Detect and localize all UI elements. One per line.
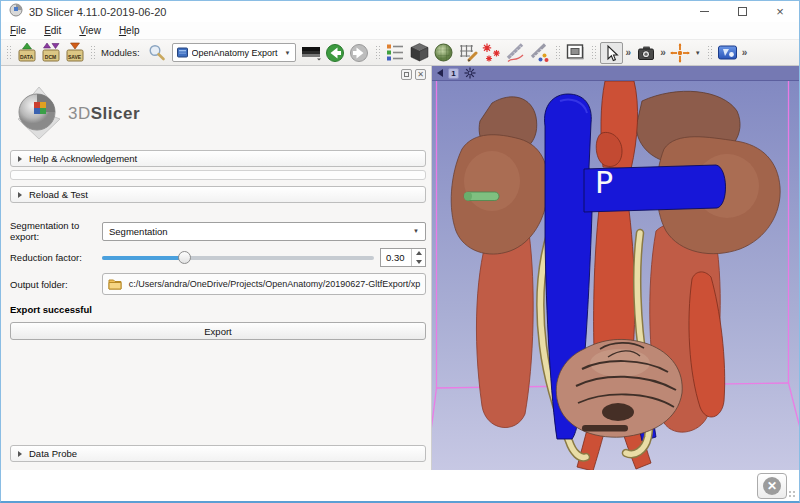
save-button[interactable]: SAVE — [63, 42, 86, 64]
toolbar-grip[interactable] — [555, 45, 560, 61]
section-data-probe[interactable]: Data Probe — [10, 445, 426, 462]
menu-file[interactable]: File — [1, 25, 35, 36]
output-folder-path: c:/Users/andra/OneDrive/Projects/OpenAna… — [129, 279, 421, 289]
section-help-acknowledgement[interactable]: Help & Acknowledgement — [10, 150, 426, 167]
green-axis-marker — [464, 192, 499, 201]
window-title: 3D Slicer 4.11.0-2019-06-20 — [29, 6, 685, 18]
threed-view: 1 — [432, 66, 799, 470]
collapse-arrow-icon — [18, 192, 22, 198]
app-window: 3D Slicer 4.11.0-2019-06-20 × File Edit … — [0, 0, 800, 503]
toolbar-overflow-button[interactable]: » — [658, 47, 668, 58]
close-icon: × — [776, 5, 784, 18]
close-panel-button[interactable]: ✕ — [415, 69, 426, 80]
ruler-icon — [505, 42, 526, 63]
save-label: SAVE — [63, 54, 86, 60]
reduction-label: Reduction factor: — [10, 252, 96, 263]
annotations-button[interactable] — [528, 42, 551, 64]
transforms-button[interactable] — [456, 42, 479, 64]
export-button[interactable]: Export — [10, 322, 426, 340]
toolbar-grip[interactable] — [90, 45, 95, 61]
search-icon — [147, 43, 166, 62]
toolbar-grip[interactable] — [707, 45, 712, 61]
slider-handle[interactable] — [178, 251, 191, 264]
minimize-icon — [700, 11, 709, 12]
scene-views-button[interactable] — [716, 42, 739, 64]
toolbar-grip[interactable] — [6, 45, 11, 61]
sacrum-model — [556, 339, 682, 437]
resize-grip[interactable] — [788, 490, 797, 499]
layout-icon — [565, 42, 586, 63]
view-controller-bar[interactable]: 1 — [432, 66, 799, 81]
close-icon: ✕ — [417, 71, 424, 79]
history-panel-icon — [301, 45, 322, 61]
menu-help[interactable]: Help — [110, 25, 149, 36]
volume-rendering-button[interactable] — [408, 42, 431, 64]
menu-bar: File Edit View Help — [1, 22, 799, 40]
section-label: Help & Acknowledgement — [29, 153, 137, 164]
module-forward-button[interactable] — [348, 42, 371, 64]
view-controller-pin-icon[interactable] — [464, 67, 476, 79]
dicom-icon — [40, 42, 62, 64]
load-data-button[interactable]: DATA — [15, 42, 38, 64]
module-back-button[interactable] — [324, 42, 347, 64]
previous-view-icon[interactable] — [437, 69, 443, 77]
maximize-icon — [738, 7, 747, 16]
undock-panel-button[interactable] — [401, 69, 412, 80]
module-history-button[interactable] — [300, 42, 323, 64]
data-module-button[interactable] — [384, 42, 407, 64]
menu-view[interactable]: View — [70, 25, 110, 36]
layout-selector-button[interactable] — [564, 42, 587, 64]
spin-up-button[interactable] — [412, 249, 425, 258]
chevron-down-icon: ▼ — [413, 228, 419, 234]
reduction-spinbox[interactable]: 0.30 — [380, 248, 426, 267]
segmentation-combobox[interactable]: Segmentation ▼ — [102, 222, 426, 241]
segmentation-value: Segmentation — [109, 226, 168, 237]
menu-edit[interactable]: Edit — [35, 25, 70, 36]
green-sphere-icon — [433, 42, 454, 63]
maximize-button[interactable] — [723, 2, 761, 22]
mouse-interaction-button[interactable] — [600, 42, 623, 64]
load-data-label: DATA — [15, 54, 38, 60]
collapse-arrow-icon — [18, 451, 22, 457]
slider-fill — [102, 256, 184, 260]
threed-viewport[interactable]: P — [432, 81, 799, 470]
output-folder-button[interactable]: c:/Users/andra/OneDrive/Projects/OpenAna… — [102, 273, 426, 295]
main-area: ✕ 3DSlicer Help & Acknowledg — [1, 66, 799, 470]
collapse-arrow-icon — [18, 156, 22, 162]
export-button-label: Export — [204, 326, 231, 337]
module-selector-combobox[interactable]: OpenAnatomy Export ▼ — [172, 43, 296, 62]
close-circle-icon: ✕ — [763, 477, 781, 495]
orientation-marker-label: P — [595, 165, 613, 200]
status-bar: ✕ — [1, 470, 799, 501]
reduction-slider[interactable] — [102, 249, 374, 267]
collapsed-content-strip — [10, 170, 426, 180]
module-search-button[interactable] — [145, 42, 168, 64]
error-log-close-button[interactable]: ✕ — [757, 473, 787, 499]
toolbar-grip[interactable] — [591, 45, 596, 61]
markups-button[interactable] — [480, 42, 503, 64]
spin-down-button[interactable] — [412, 258, 425, 267]
screenshot-button[interactable] — [634, 42, 657, 64]
toolbar-overflow-button[interactable]: » — [740, 47, 750, 58]
grid-pencil-icon — [457, 42, 478, 63]
segment-editor-button[interactable] — [432, 42, 455, 64]
minimize-button[interactable] — [685, 2, 723, 22]
ruler-button[interactable] — [504, 42, 527, 64]
import-dicom-button[interactable]: DCM — [39, 42, 62, 64]
close-button[interactable]: × — [761, 2, 799, 22]
crosshair-button[interactable] — [669, 42, 692, 64]
subject-hierarchy-icon — [385, 42, 406, 63]
forward-arrow-icon — [349, 43, 369, 63]
left-psoas-model — [476, 223, 533, 427]
module-selector-value: OpenAnatomy Export — [192, 48, 281, 58]
section-reload-test[interactable]: Reload & Test — [10, 186, 426, 203]
output-folder-label: Output folder: — [10, 279, 96, 290]
camera-icon — [636, 43, 656, 63]
toolbar-grip[interactable] — [375, 45, 380, 61]
crosshair-icon — [670, 43, 690, 63]
scene-views-icon — [717, 43, 738, 62]
toolbar-overflow-button[interactable]: » — [624, 47, 634, 58]
red-fiducials-icon — [481, 42, 502, 63]
chevron-down-icon[interactable]: ▼ — [695, 50, 701, 56]
slicer-logo: 3DSlicer — [10, 84, 426, 144]
